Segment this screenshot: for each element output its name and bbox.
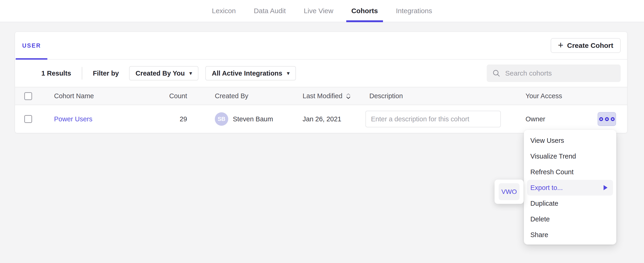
nav-tab-lexicon[interactable]: Lexicon <box>210 0 237 22</box>
more-options-icon <box>611 117 615 121</box>
active-tab-underline <box>346 20 383 22</box>
nav-tab-data-audit[interactable]: Data Audit <box>252 0 287 22</box>
vertical-divider <box>82 67 82 80</box>
filter-by-label: Filter by <box>93 70 119 77</box>
column-header-label: Last Modified <box>302 92 342 100</box>
nav-tab-label: Lexicon <box>212 7 236 15</box>
create-cohort-button[interactable]: + Create Cohort <box>551 38 621 53</box>
submenu-item-vwo[interactable]: VWO <box>499 183 520 200</box>
description-input[interactable] <box>366 111 501 127</box>
menu-item-view-users[interactable]: View Users <box>524 133 616 148</box>
sort-icon <box>346 93 351 100</box>
caret-down-icon: ▾ <box>190 70 192 76</box>
select-all-cell <box>24 92 46 100</box>
created-by-name: Steven Baum <box>233 115 273 123</box>
nav-tab-label: Live View <box>304 7 333 15</box>
dropdown-value: Created By You <box>136 70 185 77</box>
nav-tab-live-view[interactable]: Live View <box>302 0 335 22</box>
column-header-cohort-name: Cohort Name <box>46 92 152 100</box>
plus-icon: + <box>558 41 564 50</box>
created-by-cell: SB Steven Baum <box>187 112 292 126</box>
row-checkbox[interactable] <box>24 115 32 123</box>
integrations-filter-dropdown[interactable]: All Active Integrations ▾ <box>205 66 296 80</box>
caret-down-icon: ▾ <box>287 70 290 76</box>
more-options-icon <box>599 117 603 121</box>
column-header-count: Count <box>152 92 187 100</box>
column-header-created-by: Created By <box>187 92 292 100</box>
count-cell: 29 <box>152 115 187 123</box>
cohort-name-link[interactable]: Power Users <box>54 115 92 123</box>
submenu-arrow-icon <box>604 185 608 190</box>
cohorts-panel: USER + Create Cohort 1 Results Filter by… <box>15 32 627 133</box>
search-cohorts-box[interactable] <box>487 65 621 82</box>
search-icon <box>492 69 500 77</box>
row-context-menu: View Users Visualize Trend Refresh Count… <box>524 130 616 244</box>
filter-row: 1 Results Filter by Created By You ▾ All… <box>15 60 627 87</box>
tab-user-underline <box>16 58 47 60</box>
menu-item-delete[interactable]: Delete <box>524 211 616 227</box>
menu-item-visualize-trend[interactable]: Visualize Trend <box>524 148 616 164</box>
cohort-name-cell: Power Users <box>46 115 152 123</box>
nav-tab-label: Cohorts <box>351 7 378 15</box>
menu-item-share[interactable]: Share <box>524 227 616 243</box>
tab-user-label: USER <box>22 42 41 49</box>
panel-tabs-row: USER + Create Cohort <box>15 32 627 60</box>
nav-tab-label: Data Audit <box>254 7 286 15</box>
menu-item-duplicate[interactable]: Duplicate <box>524 195 616 211</box>
results-count: 1 Results <box>41 70 71 77</box>
last-modified-cell: Jan 26, 2021 <box>292 115 359 123</box>
actions-cell <box>586 112 616 126</box>
menu-item-refresh-count[interactable]: Refresh Count <box>524 164 616 180</box>
more-options-button[interactable] <box>598 112 616 126</box>
tab-user[interactable]: USER <box>16 32 47 59</box>
create-cohort-label: Create Cohort <box>567 42 613 50</box>
nav-tab-cohorts[interactable]: Cohorts <box>350 0 379 22</box>
avatar: SB <box>215 112 228 126</box>
menu-item-label: Export to... <box>530 184 563 192</box>
column-header-last-modified[interactable]: Last Modified <box>292 92 359 100</box>
row-select-cell <box>24 115 46 123</box>
menu-item-export-to[interactable]: Export to... <box>527 180 613 195</box>
table-row: Power Users 29 SB Steven Baum Jan 26, 20… <box>15 105 627 133</box>
dropdown-value: All Active Integrations <box>212 70 282 77</box>
description-cell <box>359 111 500 127</box>
nav-tab-integrations[interactable]: Integrations <box>394 0 434 22</box>
export-submenu: VWO <box>494 180 524 204</box>
top-navigation: Lexicon Data Audit Live View Cohorts Int… <box>0 0 644 22</box>
your-access-cell: Owner <box>500 115 586 123</box>
select-all-checkbox[interactable] <box>24 92 32 100</box>
nav-tab-label: Integrations <box>396 7 432 15</box>
column-header-description: Description <box>359 92 500 100</box>
search-input[interactable] <box>505 69 615 77</box>
created-by-filter-dropdown[interactable]: Created By You ▾ <box>129 66 198 80</box>
column-header-your-access: Your Access <box>500 92 586 100</box>
table-header: Cohort Name Count Created By Last Modifi… <box>15 87 627 105</box>
more-options-icon <box>605 117 609 121</box>
